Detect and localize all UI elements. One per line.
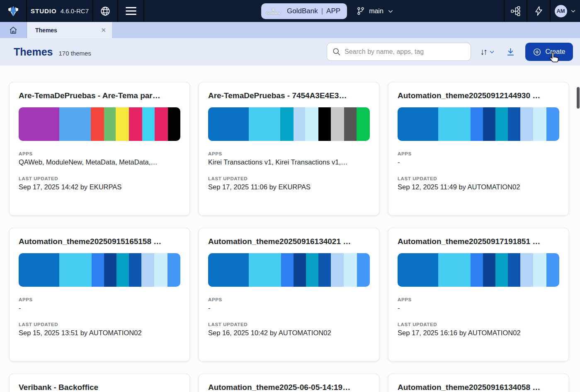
theme-palette — [19, 107, 180, 141]
palette-segment — [294, 253, 306, 287]
theme-card[interactable]: Are-TemaDePruebas - 7454A3E4E3… APPS Kir… — [199, 82, 379, 215]
branch-name: main — [369, 7, 383, 15]
app-logo[interactable] — [0, 0, 27, 22]
apps-value: QAWeb, ModuleNew, MetaData, MetaData,… — [19, 158, 180, 166]
last-updated-value: Sep 17, 2025 16:16 by AUTOMATION02 — [398, 329, 559, 337]
sort-icon: ↓↑ — [480, 47, 486, 57]
apps-value: - — [19, 304, 180, 312]
export-button[interactable] — [506, 47, 515, 57]
close-tab-icon[interactable]: ✕ — [101, 27, 106, 33]
palette-segment — [168, 107, 180, 141]
product-version: 4.6.0-RC7 — [61, 7, 89, 15]
sort-control[interactable]: ↓↑ — [480, 47, 495, 57]
palette-segment — [483, 253, 495, 287]
theme-card-title: Automation_theme20250912144930 … — [398, 91, 559, 100]
palette-segment — [471, 253, 483, 287]
studio-logo-icon — [7, 5, 19, 17]
last-updated-label: LAST UPDATED — [398, 176, 559, 181]
top-nav: STUDIO 4.6.0-RC7 ♛ GoldBank GoldBank | A… — [0, 0, 580, 22]
goldbank-logo: ♛ GoldBank — [265, 8, 282, 15]
palette-segment — [318, 253, 331, 287]
home-tab[interactable] — [0, 22, 27, 38]
page-header: Themes 170 themes ↓↑ — [0, 38, 580, 65]
theme-palette — [19, 253, 180, 287]
palette-segment — [129, 253, 141, 287]
theme-card[interactable]: Automation_theme20250915165158 … APPS - … — [9, 228, 190, 361]
themes-grid: Are-TemaDePruebas - Are-Tema par… APPS Q… — [9, 82, 570, 392]
sitemap-icon — [510, 6, 521, 17]
palette-segment — [116, 253, 129, 287]
palette-segment — [141, 253, 154, 287]
palette-segment — [331, 107, 344, 141]
theme-card[interactable]: Automation_theme20250917191851 … APPS - … — [388, 228, 569, 361]
palette-segment — [344, 107, 357, 141]
theme-card[interactable]: Automation_theme20250916134021 … APPS - … — [199, 228, 379, 361]
apps-label: APPS — [398, 297, 559, 302]
last-updated-value: Sep 12, 2025 11:49 by AUTOMATION02 — [398, 183, 559, 191]
main-menu-button[interactable] — [118, 0, 144, 22]
tab-themes[interactable]: Themes ✕ — [27, 22, 112, 38]
create-button-label: Create — [545, 48, 565, 56]
theme-palette — [398, 107, 559, 141]
nav-right-group: AM — [504, 0, 580, 22]
palette-segment — [438, 107, 471, 141]
user-menu[interactable]: AM — [550, 0, 580, 22]
apps-label: APPS — [208, 151, 370, 156]
palette-segment — [495, 253, 508, 287]
search-box[interactable] — [327, 43, 471, 61]
palette-segment — [167, 253, 180, 287]
quick-actions-button[interactable] — [527, 0, 550, 22]
header-actions: ↓↑ Create — [327, 43, 573, 61]
language-globe-button[interactable] — [93, 0, 118, 22]
globe-icon — [100, 6, 111, 17]
branch-selector[interactable]: main — [356, 7, 394, 16]
palette-segment — [281, 253, 294, 287]
nav-center-group: ♛ GoldBank GoldBank | APP main — [261, 0, 394, 22]
last-updated-label: LAST UPDATED — [208, 176, 370, 181]
palette-segment — [92, 253, 104, 287]
theme-card-title: Are-TemaDePruebas - 7454A3E4E3… — [208, 91, 370, 100]
palette-segment — [438, 253, 471, 287]
theme-card[interactable]: Veribank - Backoffice — [9, 374, 190, 392]
git-branch-icon — [356, 7, 365, 16]
palette-segment — [208, 253, 249, 287]
palette-segment — [520, 253, 533, 287]
apps-label: APPS — [19, 151, 180, 156]
palette-segment — [294, 107, 305, 141]
theme-card[interactable]: Are-TemaDePruebas - Are-Tema par… APPS Q… — [9, 82, 190, 215]
product-name-version: STUDIO 4.6.0-RC7 — [27, 0, 93, 22]
palette-segment — [508, 253, 520, 287]
theme-card-title: Veribank - Backoffice — [19, 383, 180, 392]
palette-segment — [471, 107, 483, 141]
plus-circle-icon — [533, 48, 541, 56]
chevron-down-icon — [570, 8, 576, 14]
theme-card-title: Automation_theme20250916134021 … — [208, 237, 370, 246]
last-updated-value: Sep 17, 2025 14:42 by EKURPAS — [19, 183, 180, 191]
hamburger-icon — [126, 7, 136, 15]
palette-segment — [249, 253, 281, 287]
product-name: STUDIO — [31, 7, 57, 15]
theme-card-title: Automation_theme20250916134058 … — [398, 383, 559, 392]
avatar: AM — [555, 5, 567, 17]
palette-segment — [357, 107, 370, 141]
app-selector-badge[interactable]: ♛ GoldBank GoldBank | APP — [261, 3, 347, 19]
last-updated-label: LAST UPDATED — [19, 322, 180, 327]
palette-segment — [546, 253, 559, 287]
environments-button[interactable] — [504, 0, 527, 22]
palette-segment — [357, 253, 370, 287]
palette-segment — [59, 253, 92, 287]
theme-card[interactable]: Automation_theme2025-06-05-14:19… — [199, 374, 379, 392]
palette-segment — [155, 107, 168, 141]
palette-segment — [19, 253, 59, 287]
download-icon — [506, 47, 515, 57]
scrollbar-thumb[interactable] — [577, 87, 580, 109]
create-button[interactable]: Create — [525, 43, 573, 61]
palette-segment — [331, 253, 344, 287]
palette-segment — [344, 253, 357, 287]
tab-bar: Themes ✕ — [0, 22, 580, 38]
palette-segment — [59, 107, 91, 141]
palette-segment — [129, 107, 142, 141]
theme-card[interactable]: Automation_theme20250912144930 … APPS - … — [388, 82, 569, 215]
theme-card[interactable]: Automation_theme20250916134058 … — [388, 374, 569, 392]
search-input[interactable] — [345, 48, 466, 56]
